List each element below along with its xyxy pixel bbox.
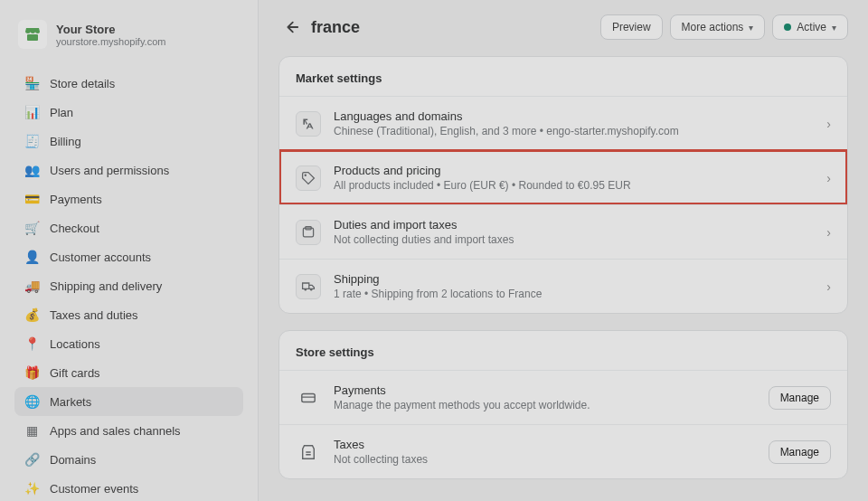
gift-icon: 🎁 xyxy=(24,364,40,381)
payments-row-icon xyxy=(296,385,321,411)
setting-title: Shipping xyxy=(334,272,814,286)
chevron-right-icon: › xyxy=(826,117,831,131)
checkout-icon: 🛒 xyxy=(24,220,40,236)
setting-subtitle: 1 rate • Shipping from 2 locations to Fr… xyxy=(334,288,814,300)
sidebar-item-shipping[interactable]: 🚚Shipping and delivery xyxy=(14,271,243,300)
setting-title: Duties and import taxes xyxy=(334,218,814,232)
sidebar-item-payments[interactable]: 💳Payments xyxy=(14,184,243,213)
settings-sidebar: Your Store yourstore.myshopify.com 🏪Stor… xyxy=(0,0,259,501)
setting-title: Languages and domains xyxy=(334,109,814,123)
duties-icon xyxy=(296,220,321,245)
store-settings-card: Store settings Payments Manage the payme… xyxy=(278,330,848,479)
setting-row-languages-domains[interactable]: Languages and domains Chinese (Tradition… xyxy=(279,96,847,150)
setting-title: Products and pricing xyxy=(334,164,814,177)
sidebar-item-customer-events[interactable]: ✨Customer events xyxy=(14,474,243,501)
tag-icon xyxy=(296,165,321,191)
sidebar-item-users[interactable]: 👥Users and permissions xyxy=(14,156,243,184)
setting-row-duties-taxes[interactable]: Duties and import taxes Not collecting d… xyxy=(279,204,847,259)
sidebar-nav: 🏪Store details 📊Plan 🧾Billing 👥Users and… xyxy=(14,69,243,501)
sidebar-item-taxes[interactable]: 💰Taxes and duties xyxy=(14,300,243,329)
sidebar-item-gift-cards[interactable]: 🎁Gift cards xyxy=(14,358,243,387)
svg-point-5 xyxy=(310,288,312,290)
taxes-icon: 💰 xyxy=(24,307,40,323)
chevron-right-icon: › xyxy=(826,171,831,185)
truck-icon xyxy=(296,274,321,299)
market-settings-title: Market settings xyxy=(279,57,847,96)
customer-icon: 👤 xyxy=(24,249,40,265)
setting-row-taxes: Taxes Not collecting taxes Manage xyxy=(279,424,847,478)
setting-subtitle: Manage the payment methods you accept wo… xyxy=(334,399,756,411)
setting-row-products-pricing[interactable]: Products and pricing All products includ… xyxy=(279,150,847,204)
store-icon: 🏪 xyxy=(24,75,40,91)
payments-icon: 💳 xyxy=(24,191,40,207)
setting-subtitle: Not collecting duties and import taxes xyxy=(334,233,814,246)
setting-subtitle: Chinese (Traditional), English, and 3 mo… xyxy=(334,125,814,137)
page-header: france Preview More actions▾ Active▾ xyxy=(278,14,848,40)
setting-title: Taxes xyxy=(334,438,756,451)
setting-row-shipping[interactable]: Shipping 1 rate • Shipping from 2 locati… xyxy=(279,259,847,313)
svg-point-1 xyxy=(305,174,307,175)
status-button[interactable]: Active▾ xyxy=(772,14,848,40)
setting-row-payments: Payments Manage the payment methods you … xyxy=(279,370,847,424)
sidebar-item-apps[interactable]: ▦Apps and sales channels xyxy=(14,416,243,445)
svg-rect-0 xyxy=(27,34,38,41)
setting-subtitle: All products included • Euro (EUR €) • R… xyxy=(334,179,814,192)
setting-subtitle: Not collecting taxes xyxy=(334,453,756,466)
domains-icon: 🔗 xyxy=(24,451,40,468)
sidebar-item-locations[interactable]: 📍Locations xyxy=(14,329,243,358)
page-title: france xyxy=(311,18,593,37)
sidebar-item-markets[interactable]: 🌐Markets xyxy=(14,387,243,416)
sidebar-item-billing[interactable]: 🧾Billing xyxy=(14,127,243,156)
taxes-row-icon xyxy=(296,440,321,465)
store-settings-title: Store settings xyxy=(279,331,847,370)
shipping-icon: 🚚 xyxy=(24,278,40,294)
billing-icon: 🧾 xyxy=(24,133,40,149)
plan-icon: 📊 xyxy=(24,104,40,120)
arrow-left-icon xyxy=(283,19,299,35)
chevron-down-icon: ▾ xyxy=(832,23,836,33)
events-icon: ✨ xyxy=(24,480,40,496)
preview-button[interactable]: Preview xyxy=(600,14,663,40)
more-actions-button[interactable]: More actions▾ xyxy=(670,14,766,40)
chevron-right-icon: › xyxy=(826,279,831,294)
manage-taxes-button[interactable]: Manage xyxy=(769,440,831,464)
manage-payments-button[interactable]: Manage xyxy=(769,386,831,410)
sidebar-item-store-details[interactable]: 🏪Store details xyxy=(14,69,243,98)
chevron-down-icon: ▾ xyxy=(749,23,753,33)
sidebar-item-checkout[interactable]: 🛒Checkout xyxy=(14,213,243,242)
markets-icon: 🌐 xyxy=(24,393,40,410)
location-icon: 📍 xyxy=(24,336,40,352)
svg-rect-6 xyxy=(302,393,315,402)
store-header[interactable]: Your Store yourstore.myshopify.com xyxy=(14,16,243,52)
sidebar-item-customer-accounts[interactable]: 👤Customer accounts xyxy=(14,242,243,271)
sidebar-item-domains[interactable]: 🔗Domains xyxy=(14,445,243,474)
back-button[interactable] xyxy=(278,14,304,40)
users-icon: 👥 xyxy=(24,162,40,178)
status-dot-icon xyxy=(784,24,791,31)
sidebar-item-plan[interactable]: 📊Plan xyxy=(14,98,243,127)
svg-point-4 xyxy=(305,288,307,290)
store-url: yourstore.myshopify.com xyxy=(56,36,165,47)
store-logo-icon xyxy=(18,20,47,49)
translate-icon xyxy=(296,111,321,137)
main-content: france Preview More actions▾ Active▾ Mar… xyxy=(259,0,868,501)
chevron-right-icon: › xyxy=(826,225,831,240)
market-settings-card: Market settings Languages and domains Ch… xyxy=(278,56,848,314)
setting-title: Payments xyxy=(334,383,756,397)
apps-icon: ▦ xyxy=(24,422,40,439)
store-name: Your Store xyxy=(56,23,165,36)
